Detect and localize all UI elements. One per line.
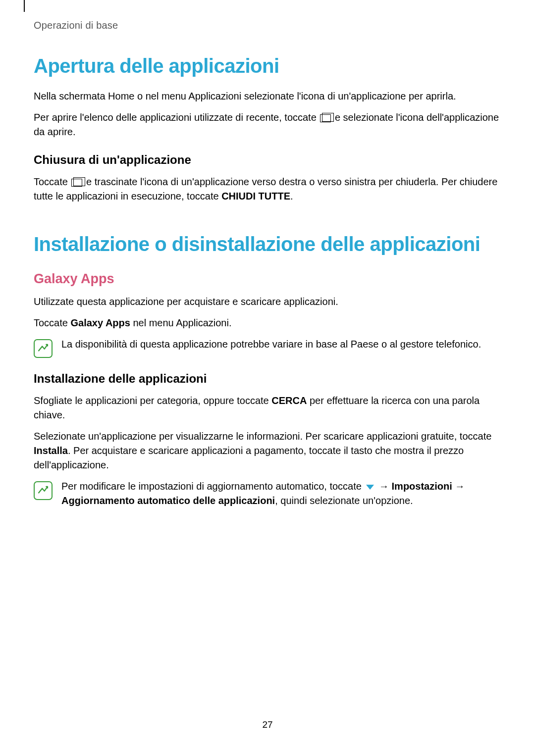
paragraph: Selezionate un'applicazione per visualiz… (34, 429, 501, 472)
paragraph: Per aprire l'elenco delle applicazioni u… (34, 110, 501, 139)
recent-apps-icon (71, 179, 82, 187)
note-block: La disponibilità di questa applicazione … (34, 337, 501, 358)
paragraph: Per modificare le impostazioni di aggior… (61, 479, 501, 508)
heading-chiusura: Chiusura di un'applicazione (34, 153, 501, 167)
document-page: Operazioni di base Apertura delle applic… (0, 0, 535, 532)
page-number: 27 (0, 719, 535, 730)
text-fragment: , quindi selezionate un'opzione. (275, 495, 413, 506)
heading-installazione-apps: Installazione delle applicazioni (34, 372, 501, 386)
note-block: Per modificare le impostazioni di aggior… (34, 479, 501, 510)
note-text: La disponibilità di questa applicazione … (61, 337, 501, 353)
bold-text: Impostazioni (392, 481, 452, 492)
text-fragment: nel menu Applicazioni. (130, 317, 232, 328)
bold-text: Aggiornamento automatico delle applicazi… (61, 495, 275, 506)
heading-apertura: Apertura delle applicazioni (34, 55, 501, 77)
paragraph: Sfogliate le applicazioni per categoria,… (34, 394, 501, 422)
paragraph: Toccate Galaxy Apps nel menu Applicazion… (34, 316, 501, 330)
heading-installazione: Installazione o disinstallazione delle a… (34, 233, 501, 255)
recent-apps-icon (320, 114, 331, 122)
text-fragment: Selezionate un'applicazione per visualiz… (34, 431, 491, 442)
header-tick-mark (24, 0, 25, 12)
bold-text: CHIUDI TUTTE (221, 191, 290, 202)
paragraph: Toccate e trascinate l'icona di un'appli… (34, 175, 501, 203)
paragraph: La disponibilità di questa applicazione … (61, 337, 501, 352)
text-fragment: Toccate (34, 317, 70, 328)
text-fragment: . (290, 191, 293, 202)
bold-text: CERCA (271, 395, 307, 406)
text-fragment: → (452, 481, 465, 492)
heading-galaxy-apps: Galaxy Apps (34, 271, 501, 287)
note-icon (34, 481, 53, 500)
bold-text: Installa (34, 445, 68, 456)
text-fragment: Sfogliate le applicazioni per categoria,… (34, 395, 271, 406)
paragraph: Utilizzate questa applicazione per acqui… (34, 295, 501, 309)
note-text: Per modificare le impostazioni di aggior… (61, 479, 501, 510)
note-icon (34, 339, 53, 358)
paragraph: Nella schermata Home o nel menu Applicaz… (34, 89, 501, 103)
bold-text: Galaxy Apps (70, 317, 130, 328)
dropdown-arrow-icon (366, 485, 374, 490)
breadcrumb: Operazioni di base (34, 20, 501, 31)
text-fragment: . Per acquistare e scaricare applicazion… (34, 445, 464, 470)
text-fragment: Toccate (34, 176, 70, 187)
text-fragment: Per modificare le impostazioni di aggior… (61, 481, 364, 492)
text-fragment: Per aprire l'elenco delle applicazioni u… (34, 112, 319, 123)
text-fragment: → (376, 481, 391, 492)
